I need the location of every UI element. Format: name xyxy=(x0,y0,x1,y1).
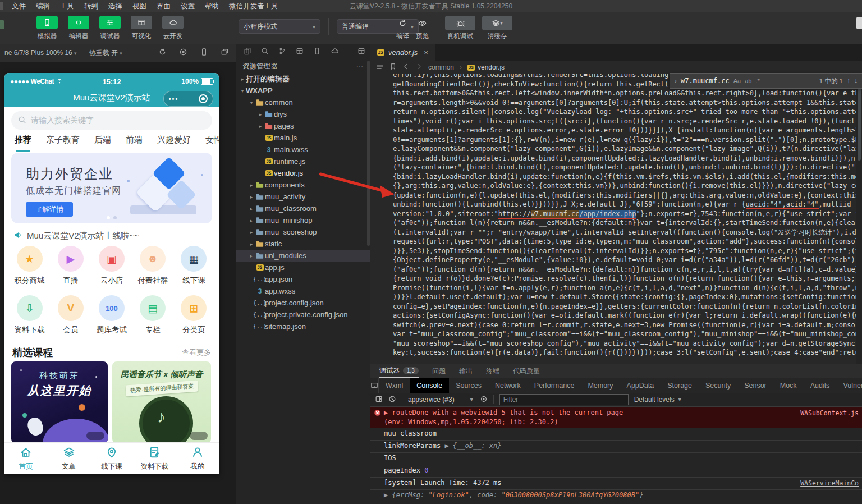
action-compile[interactable]: 编译 xyxy=(396,16,409,40)
tree-item-app.json[interactable]: {..}app.json xyxy=(236,273,370,285)
tree-item-sitemap.json[interactable]: {..}sitemap.json xyxy=(236,320,370,332)
category-tab-2[interactable]: 后端 xyxy=(94,135,111,153)
capsule-menu[interactable]: ••• xyxy=(163,91,213,107)
grid-item-6[interactable]: V会员 xyxy=(50,295,91,341)
tree-item-muu_classroom[interactable]: ▸muu_classroom xyxy=(236,203,370,214)
tab-vendor-js[interactable]: JS vendor.js × xyxy=(370,44,435,61)
menu-item-2[interactable]: 工具 xyxy=(55,2,79,11)
tree-item-WXAPP[interactable]: ▾WXAPP xyxy=(236,85,370,97)
menu-item-5[interactable]: 视图 xyxy=(127,2,152,11)
explorer-scrollbar[interactable] xyxy=(367,61,370,246)
tree-item-app.js[interactable]: JSapp.js xyxy=(236,262,370,273)
tab-mine[interactable]: 我的 xyxy=(176,443,219,474)
tree-item-diys[interactable]: ▸diys xyxy=(236,108,370,120)
panel-tab-0[interactable]: 调试器1,3 xyxy=(379,364,419,378)
console-sidebar-icon[interactable] xyxy=(375,395,383,405)
menu-item-0[interactable]: 文件 xyxy=(7,2,31,11)
back-icon[interactable] xyxy=(402,63,410,72)
devtools-tab-network[interactable]: Network xyxy=(488,378,528,393)
devtools-tab-performance[interactable]: Performance xyxy=(528,378,581,393)
devtools-tab-console[interactable]: Console xyxy=(410,378,449,393)
action-preview[interactable]: 预览 xyxy=(416,16,429,40)
phone-view-icon[interactable] xyxy=(200,48,208,58)
expand-icon[interactable]: ▸ xyxy=(248,241,255,247)
tree-item-runtime.js[interactable]: JSruntime.js xyxy=(236,155,370,167)
avatar[interactable] xyxy=(0,20,4,29)
search-icon[interactable] xyxy=(261,47,269,57)
menu-item-4[interactable]: 选择 xyxy=(103,2,127,11)
category-tab-0[interactable]: 推荐 xyxy=(15,135,31,153)
files-icon[interactable] xyxy=(244,47,251,57)
search-input[interactable]: 请输入搜索关键字 xyxy=(11,111,212,130)
grid-item-7[interactable]: 100题库考试 xyxy=(91,295,132,341)
promo-banner[interactable]: 助力外贸企业 低成本无门槛搭建官网 了解详情 xyxy=(11,153,212,223)
log-levels-select[interactable]: Default levels▼ xyxy=(634,396,682,404)
category-tab-5[interactable]: 女性提升 xyxy=(205,135,219,153)
expand-icon[interactable]: ▸ xyxy=(248,182,255,188)
menu-item-7[interactable]: 设置 xyxy=(176,2,200,11)
tab-offline-class[interactable]: 线下课 xyxy=(90,443,133,474)
device-select[interactable]: ne 6/7/8 Plus 100% 16 ▾ xyxy=(4,49,77,57)
detach-window-icon[interactable] xyxy=(221,48,229,58)
toolbar-right-partial-button[interactable] xyxy=(856,17,862,29)
stop-icon[interactable] xyxy=(179,48,187,58)
tree-item-project.private.config.json[interactable]: {..}project.private.config.json xyxy=(236,309,370,320)
console-row[interactable]: IOS xyxy=(370,453,862,465)
view-more-link[interactable]: 查看更多 xyxy=(182,347,211,358)
banner-button[interactable]: 了解详情 xyxy=(26,202,73,217)
execution-context-select[interactable]: appservice (#3)▼ xyxy=(408,396,474,404)
tree-item-muu_scoreshop[interactable]: ▸muu_scoreshop xyxy=(236,226,370,238)
menu-item-8[interactable]: 帮助 xyxy=(200,2,224,11)
expand-icon[interactable]: ▸ xyxy=(248,194,255,200)
tree-item-common[interactable]: ▾common xyxy=(236,97,370,108)
tree-item-project.config.json[interactable]: {..}project.config.json xyxy=(236,297,370,309)
panel-tab-3[interactable]: 终端 xyxy=(486,364,499,378)
tree-item-vendor.js[interactable]: JSvendor.js xyxy=(236,167,370,179)
find-next-icon[interactable]: ↓ xyxy=(854,77,858,85)
grid-item-8[interactable]: ▤专栏 xyxy=(132,295,173,341)
devtools-tab-storage[interactable]: Storage xyxy=(661,378,699,393)
action-clear-cache[interactable]: ▾清缓存 xyxy=(482,16,512,40)
source-control-icon[interactable] xyxy=(278,47,286,57)
phone-simulator[interactable]: ●●●●● WeChat 15:12 100% Muu云课堂V2演示站 ••• … xyxy=(4,73,219,474)
hot-reload-toggle[interactable]: 热重载 开 ▾ xyxy=(89,48,122,58)
grid-item-2[interactable]: ▣云小店 xyxy=(91,246,132,292)
devtools-tab-memory[interactable]: Memory xyxy=(581,378,620,393)
match-case-toggle[interactable]: Aa xyxy=(733,77,741,84)
toolbar-button-cloud-dev[interactable]: 云开发 xyxy=(159,16,186,40)
devtools-tab-sources[interactable]: Sources xyxy=(449,378,488,393)
toolbar-button-debugger[interactable]: 调试器 xyxy=(97,16,123,40)
tab-home[interactable]: 首页 xyxy=(4,443,47,474)
category-tab-1[interactable]: 亲子教育 xyxy=(46,135,80,153)
devtools-tab-mock[interactable]: Mock xyxy=(773,378,804,393)
menu-item-9[interactable]: 微信开发者工具 xyxy=(224,2,283,11)
tree-item-muu_activity[interactable]: ▸muu_activity xyxy=(236,191,370,203)
console-row[interactable]: ▶ {errMsg: "Login:ok", code: "063008000S… xyxy=(370,490,862,502)
tree-item-components[interactable]: ▸components xyxy=(236,179,370,191)
mode-select[interactable]: 小程序模式 ▾ xyxy=(239,19,320,34)
eye-target-icon[interactable] xyxy=(480,395,488,405)
devtools-tab-wxml[interactable]: Wxml xyxy=(379,378,410,393)
close-minimize-icon[interactable] xyxy=(199,94,208,103)
grid-item-1[interactable]: ▶直播 xyxy=(50,246,91,292)
cloud-icon[interactable] xyxy=(331,47,338,57)
tree-item-muu_minishop[interactable]: ▸muu_minishop xyxy=(236,214,370,226)
console-row[interactable]: linkMoreParams ▶ {__ob__: xn} xyxy=(370,441,862,453)
preview-icon[interactable] xyxy=(313,47,321,57)
panel-tab-4[interactable]: 代码质量 xyxy=(513,364,540,378)
devtools-tab-security[interactable]: Security xyxy=(699,378,737,393)
grid-item-4[interactable]: ▦线下课 xyxy=(173,246,214,292)
expand-icon[interactable]: ▸ xyxy=(257,123,264,129)
breadcrumb-folder[interactable]: common xyxy=(428,63,454,71)
toolbar-button-simulator[interactable]: 模拟器 xyxy=(34,16,61,40)
menu-item-1[interactable]: 编辑 xyxy=(31,2,55,11)
tab-downloads[interactable]: 资料下载 xyxy=(133,443,176,474)
menu-item-6[interactable]: 界面 xyxy=(152,2,176,11)
announcement-bar[interactable]: Muu云课堂V2演示站上线啦~~ xyxy=(13,229,212,242)
grid-item-5[interactable]: ⇩资料下载 xyxy=(9,295,50,341)
panel-tab-2[interactable]: 输出 xyxy=(459,364,473,378)
console-row[interactable]: muu_classroom xyxy=(370,428,862,441)
expand-icon[interactable]: ▸ xyxy=(248,230,255,235)
expand-icon[interactable]: ▸ xyxy=(248,253,255,259)
devtools-tab-vulnerability[interactable]: Vulnerability xyxy=(836,378,862,393)
